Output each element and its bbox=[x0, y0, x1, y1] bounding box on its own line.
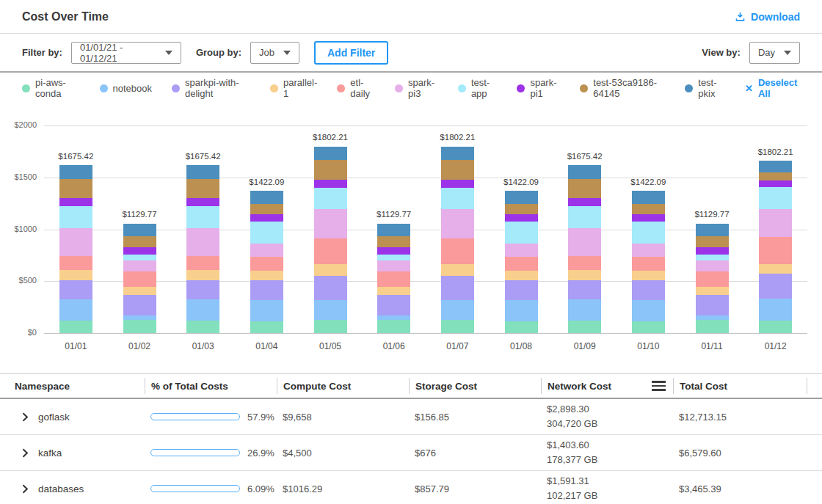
pct-total-cell: 26.9% bbox=[145, 448, 277, 459]
add-filter-button[interactable]: Add Filter bbox=[314, 41, 388, 65]
bar-segment-spark-pi3 bbox=[377, 260, 410, 271]
namespace-cell[interactable]: goflask bbox=[15, 412, 145, 423]
namespace-cell[interactable]: databases bbox=[15, 483, 145, 494]
chevron-right-icon[interactable] bbox=[22, 484, 29, 494]
storage-cost-cell: $857.79 bbox=[409, 483, 541, 494]
bar-segment-sparkpi-with-delight bbox=[505, 280, 538, 300]
col-header-compute[interactable]: Compute Cost bbox=[277, 378, 409, 394]
bar-segment-parallel-1 bbox=[186, 270, 219, 280]
group-by-value: Job bbox=[259, 47, 274, 58]
legend-item[interactable]: pi-aws-conda bbox=[22, 77, 80, 99]
bar-total-label: $1675.42 bbox=[550, 152, 620, 161]
bar-segment-test-53ca9186-64145 bbox=[759, 172, 792, 180]
bar-segment-sparkpi-with-delight bbox=[250, 280, 283, 300]
bar-segment-parallel-1 bbox=[123, 287, 156, 295]
legend-item[interactable]: spark-pi1 bbox=[517, 77, 560, 99]
bar-segment-etl-daily bbox=[568, 256, 601, 270]
network-gb-value: 178,377 GB bbox=[547, 453, 673, 467]
total-cost-cell: $3,465.39 bbox=[673, 483, 807, 494]
chevron-right-icon[interactable] bbox=[22, 448, 29, 458]
legend-item[interactable]: notebook bbox=[100, 83, 153, 94]
pct-value: 57.9% bbox=[247, 412, 274, 423]
legend-item[interactable]: test-53ca9186-64145 bbox=[580, 77, 665, 99]
bar-segment-parallel-1 bbox=[632, 271, 665, 280]
bar-segment-spark-pi1 bbox=[505, 214, 538, 222]
x-tick-label: 01/01 bbox=[46, 341, 105, 351]
bar-segment-notebook bbox=[441, 300, 474, 321]
bar-segment-pi-aws-conda bbox=[441, 320, 474, 333]
bar-segment-sparkpi-with-delight bbox=[632, 280, 665, 300]
bar-segment-spark-pi3 bbox=[568, 228, 601, 255]
view-by-select[interactable]: Day bbox=[749, 42, 800, 64]
col-header-storage[interactable]: Storage Cost bbox=[409, 378, 541, 394]
grid-line bbox=[44, 125, 807, 126]
deselect-all-button[interactable]: ✕ Deselect All bbox=[745, 77, 800, 99]
table-row[interactable]: goflask 57.9% $9,658 $156.85 $2,898.30 3… bbox=[0, 399, 822, 435]
y-tick-label: $0 bbox=[0, 328, 37, 337]
bar-segment-spark-pi1 bbox=[759, 180, 792, 187]
legend-item[interactable]: sparkpi-with-delight bbox=[172, 77, 250, 99]
close-icon: ✕ bbox=[745, 83, 753, 94]
legend-item-label: spark-pi1 bbox=[530, 77, 560, 99]
table-row[interactable]: databases 6.09% $1016.29 $857.79 $1,591.… bbox=[0, 471, 822, 504]
bar-segment-pi-aws-conda bbox=[377, 320, 410, 333]
series-color-dot bbox=[580, 84, 588, 92]
col-header-pct-total[interactable]: % of Total Costs bbox=[145, 378, 277, 394]
bar-segment-etl-daily bbox=[250, 257, 283, 270]
chevron-right-icon[interactable] bbox=[22, 412, 29, 422]
x-tick-label: 01/02 bbox=[110, 341, 169, 351]
namespace-costs-table: Namespace % of Total Costs Compute Cost … bbox=[0, 373, 822, 504]
bar-segment-test-app bbox=[568, 206, 601, 228]
table-row[interactable]: kafka 26.9% $4,500 $676 $1,403.60 178,37… bbox=[0, 435, 822, 471]
bar-segment-pi-aws-conda bbox=[314, 320, 347, 333]
legend-item-label: pi-aws-conda bbox=[35, 77, 80, 99]
bar-segment-etl-daily bbox=[696, 271, 729, 287]
group-by-select[interactable]: Job bbox=[250, 42, 299, 64]
col-header-network[interactable]: Network Cost bbox=[541, 378, 673, 394]
namespace-cell[interactable]: kafka bbox=[15, 448, 145, 459]
bar-segment-test-app bbox=[250, 222, 283, 244]
bar-segment-test-pkix bbox=[505, 191, 538, 204]
x-tick-label: 01/03 bbox=[174, 341, 233, 351]
bar-total-label: $1129.77 bbox=[104, 210, 175, 219]
download-button[interactable]: Download bbox=[735, 11, 800, 23]
total-cost-cell: $6,579.60 bbox=[673, 448, 807, 459]
chart-plot: $1675.42$1129.77$1675.42$1422.09$1802.21… bbox=[44, 125, 807, 333]
namespace-label: databases bbox=[38, 483, 84, 494]
legend-item-label: spark-pi3 bbox=[408, 77, 438, 99]
x-tick-label: 01/09 bbox=[556, 341, 614, 351]
chart-bar-01/10 bbox=[632, 191, 665, 333]
bar-segment-spark-pi3 bbox=[696, 260, 729, 271]
network-cost-cell: $1,591.31 102,217 GB bbox=[541, 474, 673, 503]
network-cost-cell: $2,898.30 304,720 GB bbox=[541, 402, 673, 431]
bar-segment-spark-pi3 bbox=[314, 209, 347, 238]
grid-line bbox=[44, 281, 807, 282]
column-settings-icon[interactable] bbox=[652, 381, 666, 391]
bar-segment-test-app bbox=[123, 255, 156, 260]
bar-segment-test-53ca9186-64145 bbox=[441, 160, 474, 180]
legend-item[interactable]: test-pkix bbox=[685, 77, 725, 99]
bar-segment-spark-pi1 bbox=[59, 198, 92, 206]
bar-segment-parallel-1 bbox=[759, 264, 792, 274]
bar-segment-parallel-1 bbox=[568, 270, 601, 280]
total-cost-cell: $12,713.15 bbox=[673, 412, 807, 423]
col-header-total[interactable]: Total Cost bbox=[673, 378, 807, 394]
chart-bar-01/05 bbox=[314, 147, 347, 333]
bar-segment-spark-pi1 bbox=[441, 180, 474, 188]
legend-item[interactable]: spark-pi3 bbox=[395, 77, 438, 99]
x-tick-label: 01/10 bbox=[619, 341, 677, 351]
namespace-label: goflask bbox=[38, 412, 70, 423]
y-tick-label: $2000 bbox=[0, 120, 37, 129]
bar-total-label: $1422.09 bbox=[231, 178, 302, 186]
bar-segment-pi-aws-conda bbox=[59, 321, 92, 333]
legend-item[interactable]: parallel-1 bbox=[270, 77, 317, 99]
bar-segment-etl-daily bbox=[186, 256, 219, 270]
legend-item[interactable]: etl-daily bbox=[337, 77, 375, 99]
chevron-down-icon bbox=[165, 51, 172, 55]
bar-segment-test-pkix bbox=[250, 191, 283, 204]
date-range-select[interactable]: 01/01/21 - 01/12/21 bbox=[71, 42, 181, 64]
x-tick-label: 01/11 bbox=[683, 341, 741, 351]
col-header-namespace[interactable]: Namespace bbox=[15, 378, 145, 394]
legend-item[interactable]: test-app bbox=[458, 77, 498, 99]
bar-segment-test-53ca9186-64145 bbox=[186, 179, 219, 199]
